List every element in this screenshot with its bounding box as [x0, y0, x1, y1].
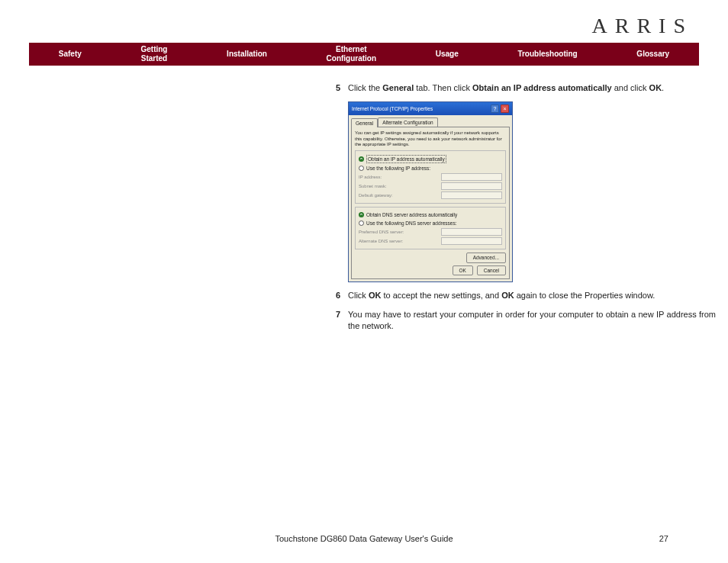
text: and click [612, 83, 649, 92]
bold: OK [501, 291, 514, 300]
label: Preferred DNS server: [359, 229, 404, 235]
preferred-dns-input[interactable] [441, 228, 502, 236]
page-footer: Touchstone DG860 Data Gateway User's Gui… [29, 534, 699, 543]
dialog-tabs: General Alternate Configuration [349, 115, 512, 127]
text: . [662, 83, 664, 92]
nav-safety[interactable]: Safety [59, 50, 82, 59]
text: Click the [348, 83, 382, 92]
content-area: 5 Click the General tab. Then click Obta… [334, 82, 716, 333]
tab-general[interactable]: General [351, 118, 378, 127]
field-subnet-mask: Subnet mask: [359, 182, 502, 190]
nav-getting-started[interactable]: GettingStarted [140, 45, 167, 63]
dns-group: Obtain DNS server address automatically … [355, 207, 506, 249]
step-number: 6 [334, 290, 348, 301]
radio-obtain-ip-auto[interactable]: Obtain an IP address automatically [359, 155, 502, 163]
ip-group: Obtain an IP address automatically Use t… [355, 150, 506, 204]
text: tab. Then click [414, 83, 472, 92]
radio-use-following-dns[interactable]: Use the following DNS server addresses: [359, 220, 502, 227]
page-number: 27 [659, 534, 668, 543]
nav-glossary[interactable]: Glossary [636, 50, 669, 59]
ok-cancel-row: OK Cancel [355, 265, 506, 275]
radio-icon [359, 220, 364, 226]
step-7: 7 You may have to restart your computer … [334, 309, 716, 333]
tcpip-dialog-screenshot: Internet Protocol (TCP/IP) Properties ? … [348, 101, 716, 282]
top-nav: Safety GettingStarted Installation Ether… [29, 43, 699, 66]
step-5: 5 Click the General tab. Then click Obta… [334, 82, 716, 94]
field-preferred-dns: Preferred DNS server: [359, 228, 502, 236]
radio-use-following-ip[interactable]: Use the following IP address: [359, 165, 502, 172]
step-6: 6 Click OK to accept the new settings, a… [334, 290, 716, 301]
step-number: 7 [334, 309, 348, 333]
radio-icon [359, 156, 364, 162]
step-text: Click OK to accept the new settings, and… [348, 290, 716, 301]
label: IP address: [359, 174, 382, 180]
footer-title: Touchstone DG860 Data Gateway User's Gui… [275, 534, 453, 543]
dialog-window: Internet Protocol (TCP/IP) Properties ? … [348, 101, 513, 282]
step-number: 5 [334, 82, 348, 94]
label: Alternate DNS server: [359, 238, 403, 244]
bold: General [382, 83, 414, 92]
dialog-info-text: You can get IP settings assigned automat… [355, 130, 506, 147]
advanced-button[interactable]: Advanced... [466, 253, 506, 262]
step-text: Click the General tab. Then click Obtain… [348, 82, 716, 94]
cancel-button[interactable]: Cancel [477, 265, 506, 275]
radio-icon [359, 166, 364, 171]
radio-label: Obtain DNS server address automatically [366, 211, 457, 218]
field-alternate-dns: Alternate DNS server: [359, 237, 502, 245]
subnet-input[interactable] [441, 182, 502, 190]
radio-label: Obtain an IP address automatically [366, 155, 446, 163]
field-gateway: Default gateway: [359, 191, 502, 199]
gateway-input[interactable] [441, 191, 502, 199]
text: again to close the Properties window. [514, 291, 656, 300]
text: Click [348, 291, 369, 300]
help-icon[interactable]: ? [491, 105, 499, 113]
bold: OK [649, 83, 662, 92]
radio-icon [359, 212, 364, 217]
nav-troubleshooting[interactable]: Troubleshooting [517, 50, 577, 59]
brand-logo: ARRIS [29, 14, 699, 38]
tab-alternate[interactable]: Alternate Configuration [378, 117, 438, 127]
ip-input[interactable] [441, 173, 502, 181]
nav-usage[interactable]: Usage [436, 50, 459, 59]
advanced-row: Advanced... [355, 253, 506, 262]
dialog-title: Internet Protocol (TCP/IP) Properties [352, 105, 433, 112]
label: Default gateway: [359, 192, 393, 198]
bold: Obtain an IP address automatically [472, 83, 612, 92]
nav-installation[interactable]: Installation [227, 50, 267, 59]
radio-label: Use the following IP address: [366, 165, 430, 172]
field-ip-address: IP address: [359, 173, 502, 181]
dialog-titlebar: Internet Protocol (TCP/IP) Properties ? … [349, 102, 512, 115]
step-text: You may have to restart your computer in… [348, 309, 716, 333]
dialog-body: You can get IP settings assigned automat… [351, 127, 510, 278]
radio-label: Use the following DNS server addresses: [366, 220, 457, 227]
ok-button[interactable]: OK [453, 265, 473, 275]
radio-obtain-dns-auto[interactable]: Obtain DNS server address automatically [359, 211, 502, 218]
label: Subnet mask: [359, 183, 387, 189]
close-icon[interactable]: × [501, 105, 509, 113]
nav-ethernet-config[interactable]: EthernetConfiguration [327, 45, 377, 63]
bold: OK [369, 291, 382, 300]
text: to accept the new settings, and [381, 291, 501, 300]
alternate-dns-input[interactable] [441, 237, 502, 245]
